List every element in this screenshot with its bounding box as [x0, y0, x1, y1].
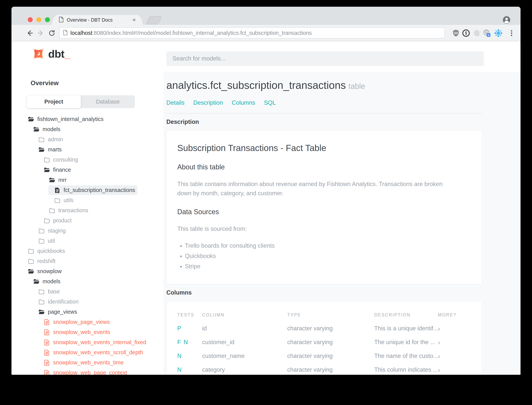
tree-item-admin[interactable]: admin: [12, 134, 164, 144]
tree-item-models[interactable]: models: [12, 124, 164, 134]
tree-item-finance[interactable]: finance: [12, 165, 164, 175]
folder-closed-icon: [28, 248, 34, 254]
tree-item-util[interactable]: util: [12, 236, 164, 246]
file-red-icon: [44, 319, 50, 325]
minimize-window-button[interactable]: [36, 17, 41, 22]
tree-item-marts[interactable]: marts: [12, 144, 164, 155]
sources-heading: Data Sources: [177, 208, 471, 216]
close-window-button[interactable]: [28, 17, 33, 22]
column-header-type: TYPE: [287, 308, 374, 322]
browser-toolbar: localhost:8080/index.html#!/model/model.…: [12, 25, 520, 41]
1password-icon[interactable]: [462, 29, 470, 38]
tree-item-identification[interactable]: identification: [12, 297, 164, 307]
folder-closed-icon: [38, 136, 45, 143]
sidebar-tab-project[interactable]: Project: [27, 95, 81, 108]
url-text: localhost:8080/index.html#!/model/model.…: [70, 30, 312, 36]
url-bar[interactable]: localhost:8080/index.html#!/model/model.…: [59, 27, 445, 39]
row-expand-button[interactable]: ›: [438, 349, 471, 363]
reload-button[interactable]: [47, 29, 56, 38]
divider: [166, 113, 482, 114]
tree-item-label: snowplow_web_page_context: [53, 370, 127, 375]
dbt-logo-icon: [32, 47, 45, 60]
tree-item-staging[interactable]: staging: [12, 226, 164, 236]
cell-type: character varying: [287, 363, 374, 375]
profile-avatar-icon[interactable]: [502, 15, 511, 24]
folder-closed-icon: [38, 299, 45, 305]
folder-closed-icon: [54, 197, 61, 204]
nav-link-description[interactable]: Description: [193, 99, 223, 106]
section-nav: DetailsDescriptionColumnsSQL: [166, 99, 482, 106]
tree-item-mrr[interactable]: mrr: [12, 175, 164, 185]
tree-item-transactions[interactable]: transactions: [12, 205, 164, 216]
snowflake-icon[interactable]: [494, 29, 503, 38]
tree-item-fishtown_internal_analytics[interactable]: fishtown_internal_analytics: [12, 114, 164, 124]
ublock-origin-icon[interactable]: UO: [452, 29, 460, 38]
url-host: localhost: [70, 30, 92, 36]
new-tab-button[interactable]: [146, 16, 162, 24]
power-toggle-x-icon[interactable]: x: [482, 29, 491, 38]
cell-description: This column indicates ...: [374, 363, 438, 375]
test-badge-n: N: [184, 339, 188, 346]
tree-item-base[interactable]: base: [12, 287, 164, 297]
file-red-icon: [44, 329, 50, 336]
tree-item-utils[interactable]: utils: [12, 195, 164, 205]
tree-item-label: admin: [48, 136, 63, 142]
tree-item-snowplow_web_events[interactable]: snowplow_web_events: [12, 327, 164, 337]
screenshot-frame: Overview - DBT Docs × loca: [0, 0, 532, 405]
test-badge-p: P: [177, 325, 181, 332]
model-type-badge: table: [349, 82, 365, 90]
tree-item-fct_subscription_transactions[interactable]: fct_subscription_transactions: [12, 185, 164, 195]
folder-open-icon: [33, 278, 39, 285]
tree-item-redshift[interactable]: redshift: [12, 256, 164, 266]
logo-underscore: _: [65, 48, 71, 60]
tree-item-consulting[interactable]: consulting: [12, 155, 164, 165]
cell-column-name: id: [202, 322, 287, 335]
tree-item-snowplow_web_events_internal_fixed[interactable]: snowplow_web_events_internal_fixed: [12, 337, 164, 347]
cell-type: character varying: [287, 349, 374, 363]
tree-item-snowplow_web_page_context[interactable]: snowplow_web_page_context: [12, 368, 164, 375]
browser-menu-icon[interactable]: [507, 29, 516, 38]
tree-item-product[interactable]: product: [12, 216, 164, 226]
cell-description: The name of the custo...: [374, 349, 438, 363]
source-item: Quickbooks: [185, 253, 471, 260]
browser-tab[interactable]: Overview - DBT Docs ×: [55, 15, 140, 25]
tree-item-snowplow[interactable]: snowplow: [12, 266, 164, 276]
tree-item-snowplow_web_events_time[interactable]: snowplow_web_events_time: [12, 358, 164, 368]
insecure-page-icon[interactable]: [63, 30, 68, 36]
columns-table: TESTSCOLUMNTYPEDESCRIPTIONMORE?Pidcharac…: [177, 308, 471, 375]
back-button[interactable]: [25, 29, 34, 38]
app-body: Overview ProjectDatabase fishtown_intern…: [12, 72, 520, 375]
tree-item-label: snowplow_web_events_time: [53, 359, 124, 366]
sidebar-tab-database[interactable]: Database: [81, 95, 135, 108]
folder-open-icon: [33, 126, 39, 133]
nav-link-sql[interactable]: SQL: [264, 99, 276, 106]
tree-item-quickbooks[interactable]: quickbooks: [12, 246, 164, 256]
cell-column-name: category: [202, 363, 287, 375]
folder-closed-icon: [28, 258, 34, 264]
tab-close-icon[interactable]: ×: [132, 17, 136, 23]
tree-item-page_views[interactable]: page_views: [12, 307, 164, 317]
cell-column-name: customer_id: [202, 335, 287, 349]
tree-item-snowplow_page_views[interactable]: snowplow_page_views: [12, 317, 164, 327]
tree-item-label: transactions: [58, 207, 88, 214]
folder-open-icon: [28, 116, 34, 122]
row-expand-button[interactable]: ›: [438, 322, 471, 335]
dbt-logo[interactable]: dbt _: [32, 47, 71, 60]
zoom-window-button[interactable]: [45, 17, 50, 22]
row-expand-button[interactable]: ›: [438, 363, 471, 375]
doc-heading: Subscription Transactions - Fact Table: [177, 143, 471, 153]
folder-closed-icon: [44, 156, 50, 163]
nav-link-columns[interactable]: Columns: [232, 99, 255, 106]
forward-button[interactable]: [36, 29, 45, 38]
nav-link-details[interactable]: Details: [166, 99, 184, 106]
tree-item-label: marts: [48, 146, 62, 153]
row-expand-button[interactable]: ›: [438, 335, 471, 349]
search-input[interactable]: [166, 51, 484, 66]
onetab-icon[interactable]: [473, 29, 481, 38]
folder-closed-icon: [38, 288, 45, 295]
cell-tests: N: [177, 363, 202, 375]
file-icon: [54, 187, 61, 194]
tree-item-snowplow_web_events_scroll_depth[interactable]: snowplow_web_events_scroll_depth: [12, 347, 164, 358]
tree-item-label: mrr: [58, 177, 66, 183]
tree-item-models[interactable]: models: [12, 276, 164, 287]
